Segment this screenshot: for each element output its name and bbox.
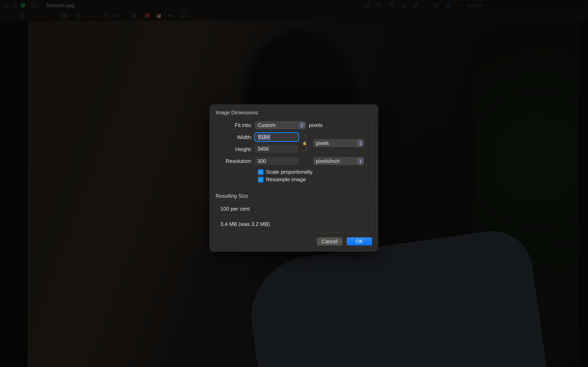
scale-proportionally-checkbox[interactable]: ✓ — [258, 169, 264, 175]
height-value: 3456 — [258, 146, 269, 152]
resolution-input[interactable]: 300 — [255, 157, 298, 165]
scale-proportionally-label: Scale proportionally — [266, 169, 312, 175]
dimensions-section-label: Image Dimensions — [216, 110, 372, 116]
fit-into-row: Fit into: Custom pixels — [220, 121, 367, 129]
cancel-button[interactable]: Cancel — [317, 237, 342, 245]
resolution-row: Resolution: 300 pixels/inch — [220, 157, 367, 165]
dialog-buttons: Cancel OK — [216, 237, 372, 245]
result-section-label: Resulting Size — [216, 193, 372, 199]
fit-into-value: Custom — [258, 122, 276, 128]
image-dimensions-dialog: Image Dimensions Fit into: Custom pixels… — [209, 104, 378, 252]
fit-into-unit: pixels — [309, 122, 322, 128]
ok-button[interactable]: OK — [347, 237, 372, 245]
dimensions-panel: Fit into: Custom pixels Width: Height: 5… — [216, 117, 372, 189]
lock-icon: 🔒 — [302, 141, 307, 145]
stepper-icon — [357, 140, 363, 146]
height-label: Height: — [220, 146, 255, 152]
resample-image-checkbox[interactable]: ✓ — [258, 177, 264, 183]
result-size: 3.4 MB (was 3.2 MB) — [220, 221, 367, 227]
height-input[interactable]: 3456 — [255, 145, 298, 153]
width-value: 5184 — [258, 134, 270, 140]
resolution-unit-select[interactable]: pixels/inch — [313, 157, 364, 165]
scale-proportionally-row: ✓ Scale proportionally — [258, 169, 367, 175]
stepper-icon — [299, 122, 305, 128]
lock-aspect[interactable]: 🔒 — [300, 133, 310, 153]
resolution-value: 300 — [258, 158, 266, 164]
result-panel: 100 per cent 3.4 MB (was 3.2 MB) — [216, 200, 372, 233]
resample-image-row: ✓ Resample image — [258, 176, 367, 183]
dimension-unit-value: pixels — [316, 140, 329, 146]
width-label: Width: — [220, 134, 255, 141]
result-percent: 100 per cent — [220, 206, 367, 212]
fit-into-label: Fit into: — [220, 122, 255, 128]
resample-image-label: Resample image — [266, 176, 306, 183]
fit-into-select[interactable]: Custom — [255, 121, 306, 129]
stepper-icon — [357, 158, 363, 164]
dimension-unit-select[interactable]: pixels — [313, 139, 364, 147]
resolution-label: Resolution: — [220, 158, 255, 164]
width-input[interactable]: 5184 — [255, 133, 298, 141]
resolution-unit-value: pixels/inch — [316, 158, 340, 164]
